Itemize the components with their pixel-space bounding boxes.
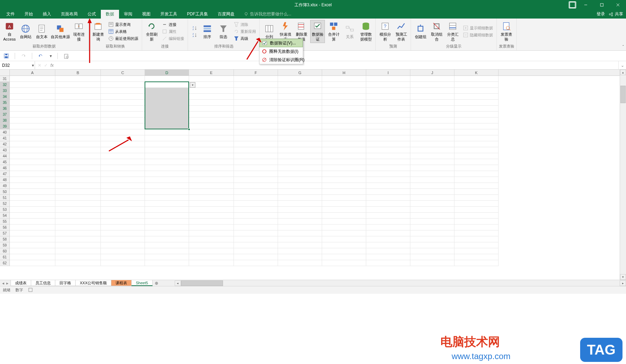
cell[interactable] [55, 147, 101, 153]
cell[interactable] [189, 183, 234, 189]
cell[interactable] [278, 129, 322, 135]
cell[interactable] [278, 159, 322, 165]
cell[interactable] [366, 207, 410, 213]
cell[interactable] [322, 189, 366, 195]
cell[interactable] [189, 147, 234, 153]
cell[interactable] [101, 100, 145, 106]
cell[interactable] [454, 195, 499, 201]
cell[interactable] [145, 183, 189, 189]
cell[interactable] [410, 242, 454, 248]
ungroup-button[interactable]: 取消组合 [429, 20, 444, 43]
cell[interactable] [55, 153, 101, 159]
cell[interactable] [234, 129, 278, 135]
cell[interactable] [189, 94, 234, 100]
cell[interactable] [410, 213, 454, 219]
cell[interactable] [145, 207, 189, 213]
cell[interactable] [366, 171, 410, 177]
cell[interactable] [101, 94, 145, 100]
cell[interactable] [10, 153, 55, 159]
cell[interactable] [278, 117, 322, 123]
cell[interactable] [278, 112, 322, 117]
cell[interactable] [278, 201, 322, 207]
cell[interactable] [322, 88, 366, 94]
from-access-button[interactable]: A自 Access [2, 20, 17, 43]
tab-review[interactable]: 审阅 [119, 10, 137, 19]
cell[interactable] [189, 112, 234, 117]
cell[interactable] [55, 165, 101, 171]
cell[interactable] [101, 112, 145, 117]
cell[interactable] [10, 123, 55, 129]
row-header[interactable]: 47 [0, 171, 10, 177]
cell[interactable] [101, 165, 145, 171]
cell[interactable] [410, 171, 454, 177]
print-preview-button[interactable] [63, 52, 70, 59]
cell[interactable] [234, 117, 278, 123]
cell[interactable] [10, 201, 55, 207]
cell[interactable] [454, 213, 499, 219]
cell[interactable] [101, 242, 145, 248]
scroll-down-button[interactable]: ▾ [620, 274, 626, 280]
cell[interactable] [55, 213, 101, 219]
close-button[interactable] [610, 0, 626, 10]
cell[interactable] [278, 195, 322, 201]
forecast-sheet-button[interactable]: 预测工作表 [394, 20, 409, 43]
cell[interactable] [454, 135, 499, 141]
cell[interactable] [189, 189, 234, 195]
cell[interactable] [55, 171, 101, 177]
cell[interactable] [366, 242, 410, 248]
cell[interactable] [189, 123, 234, 129]
row-header[interactable]: 34 [0, 94, 10, 100]
cell[interactable] [145, 106, 189, 112]
cell[interactable] [454, 100, 499, 106]
cell[interactable] [101, 106, 145, 112]
cell[interactable] [454, 224, 499, 230]
cell[interactable] [366, 76, 410, 82]
cell[interactable] [189, 230, 234, 236]
cell[interactable] [55, 201, 101, 207]
cell[interactable] [101, 195, 145, 201]
row-header[interactable]: 59 [0, 242, 10, 248]
sheet-nav-last[interactable]: ▸ [6, 281, 8, 286]
cell[interactable] [10, 88, 55, 94]
cell[interactable] [454, 117, 499, 123]
cell[interactable] [55, 117, 101, 123]
cell[interactable] [322, 230, 366, 236]
row-header[interactable]: 57 [0, 230, 10, 236]
enter-formula-button[interactable]: ✓ [44, 63, 48, 68]
cell[interactable] [189, 117, 234, 123]
cell[interactable] [234, 106, 278, 112]
cell[interactable] [101, 260, 145, 266]
cell[interactable] [101, 129, 145, 135]
cell[interactable] [454, 129, 499, 135]
name-box[interactable]: D32 ▾ [0, 61, 35, 69]
row-header[interactable]: 37 [0, 112, 10, 117]
cell[interactable] [10, 183, 55, 189]
show-queries-button[interactable]: 显示查询 [107, 21, 140, 28]
expand-formula-bar[interactable]: ⌄ [618, 61, 626, 69]
cell[interactable] [234, 153, 278, 159]
cell[interactable] [10, 213, 55, 219]
cell[interactable] [55, 94, 101, 100]
cell[interactable] [234, 189, 278, 195]
cell[interactable] [189, 248, 234, 254]
row-header[interactable]: 32 [0, 82, 10, 88]
cell[interactable] [234, 242, 278, 248]
cell[interactable] [234, 219, 278, 224]
cell[interactable] [145, 260, 189, 266]
invoice-check-button[interactable]: 发票查验 [499, 20, 514, 43]
cell[interactable] [366, 88, 410, 94]
cell[interactable] [55, 236, 101, 242]
cell[interactable] [366, 117, 410, 123]
cell[interactable] [10, 159, 55, 165]
cell[interactable] [10, 260, 55, 266]
from-table-button[interactable]: 从表格 [107, 28, 140, 35]
cell[interactable] [454, 94, 499, 100]
row-header[interactable]: 51 [0, 195, 10, 201]
cell[interactable] [55, 88, 101, 94]
cell[interactable] [322, 201, 366, 207]
subtotal-button[interactable]: 分类汇总 [445, 20, 460, 43]
cell[interactable] [278, 165, 322, 171]
login-link[interactable]: 登录 [597, 11, 605, 17]
cell[interactable] [55, 123, 101, 129]
cell[interactable] [322, 248, 366, 254]
